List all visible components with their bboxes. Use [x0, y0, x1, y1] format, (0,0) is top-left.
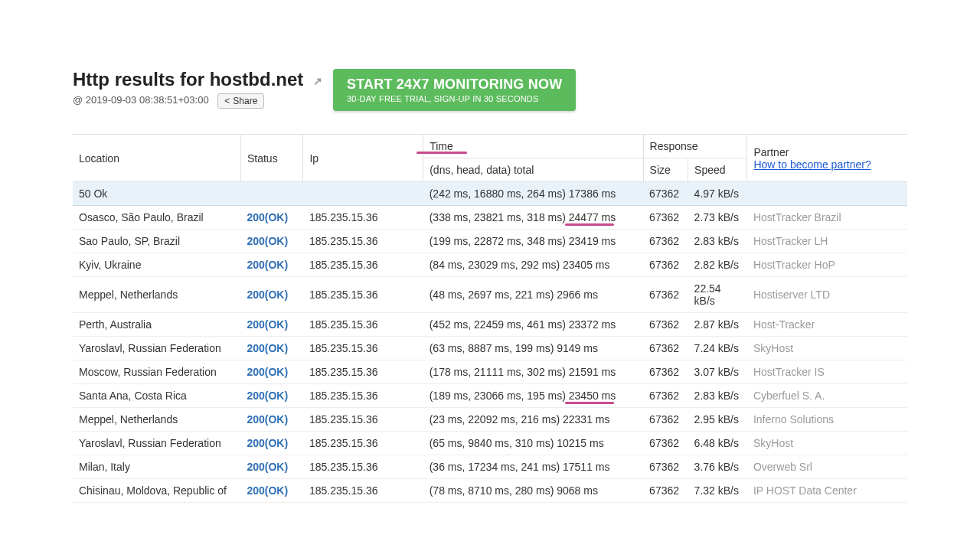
col-location: Location [73, 135, 240, 182]
cell-time: (63 ms, 8887 ms, 199 ms) 9149 ms [423, 337, 643, 360]
table-row: Yaroslavl, Russian Federation200(OK)185.… [73, 432, 907, 455]
cell-location: Santa Ana, Costa Rica [73, 384, 240, 408]
cell-partner: Inferno Solutions [747, 408, 907, 432]
cell-ip: 185.235.15.36 [303, 360, 423, 384]
timestamp-prefix: @ [73, 94, 86, 106]
cell-size: 67362 [643, 360, 688, 384]
status-badge: 200(OK) [247, 437, 288, 449]
cell-status: 200(OK) [240, 253, 303, 277]
table-row: Santa Ana, Costa Rica200(OK)185.235.15.3… [73, 384, 907, 408]
cell-size: 67362 [643, 206, 688, 230]
page-subtitle: @ 2019-09-03 08:38:51+03:00 < Share [73, 93, 322, 109]
cell-speed: 3.07 kB/s [688, 360, 747, 384]
cell-ip: 185.235.15.36 [303, 432, 423, 455]
table-row: Sao Paulo, SP, Brazil200(OK)185.235.15.3… [73, 230, 907, 253]
cell-ip: 185.235.15.36 [303, 455, 423, 479]
cell-location: Chisinau, Moldova, Republic of [73, 479, 240, 503]
timestamp: 2019-09-03 08:38:51+03:00 [86, 94, 209, 106]
cell-location: Meppel, Netherlands [73, 277, 240, 313]
cell-location: Meppel, Netherlands [73, 408, 240, 432]
table-row: Kyiv, Ukraine200(OK)185.235.15.36(84 ms,… [73, 253, 907, 277]
cell-size: 67362 [643, 277, 688, 313]
share-button[interactable]: < Share [217, 93, 264, 109]
external-link-icon[interactable]: ↗ [313, 75, 322, 87]
cell-speed: 6.48 kB/s [688, 432, 747, 455]
cell-ip: 185.235.15.36 [303, 408, 423, 432]
cell-ip: 185.235.15.36 [303, 230, 423, 253]
page-title-text: Http results for hostbd.net [73, 69, 303, 90]
cell-time: (178 ms, 21111 ms, 302 ms) 21591 ms [423, 360, 643, 384]
cell-size: 67362 [643, 455, 688, 479]
cta-title: START 24X7 MONITORING NOW [347, 77, 562, 93]
cell-location: Osasco, São Paulo, Brazil [73, 206, 240, 230]
cell-size: 67362 [643, 337, 688, 360]
col-size: Size [643, 158, 688, 182]
cell-ip: 185.235.15.36 [303, 313, 423, 337]
summary-row: 50 Ok (242 ms, 16880 ms, 264 ms) 17386 m… [73, 182, 907, 206]
cell-time: (78 ms, 8710 ms, 280 ms) 9068 ms [423, 479, 643, 503]
table-row: Milan, Italy200(OK)185.235.15.36(36 ms, … [73, 455, 907, 479]
cell-status: 200(OK) [240, 206, 303, 230]
status-badge: 200(OK) [247, 484, 288, 497]
cell-status: 200(OK) [240, 313, 303, 337]
col-speed: Speed [688, 158, 747, 182]
cell-partner: Overweb Srl [747, 455, 907, 479]
cell-partner: HostTracker LH [747, 230, 907, 253]
cell-status: 200(OK) [240, 408, 303, 432]
col-response: Response [643, 135, 747, 158]
cell-time: (23 ms, 22092 ms, 216 ms) 22331 ms [423, 408, 643, 432]
summary-status: 50 Ok [73, 182, 423, 206]
page-title: Http results for hostbd.net ↗ [73, 69, 322, 90]
summary-speed: 4.97 kB/s [688, 182, 747, 206]
status-badge: 200(OK) [247, 235, 288, 247]
cell-status: 200(OK) [240, 432, 303, 455]
cell-size: 67362 [643, 479, 688, 503]
share-icon: < [224, 96, 230, 106]
cell-location: Moscow, Russian Federation [73, 360, 240, 384]
cell-speed: 2.95 kB/s [688, 408, 747, 432]
cell-ip: 185.235.15.36 [303, 479, 423, 503]
become-partner-link[interactable]: How to become partner? [753, 158, 871, 171]
cell-time: (452 ms, 22459 ms, 461 ms) 23372 ms [423, 313, 643, 337]
cell-ip: 185.235.15.36 [303, 253, 423, 277]
page-header: Http results for hostbd.net ↗ @ 2019-09-… [73, 69, 907, 111]
col-time: Time [423, 135, 643, 158]
col-status: Status [240, 135, 303, 182]
status-badge: 200(OK) [247, 318, 288, 331]
cell-speed: 3.76 kB/s [688, 455, 747, 479]
start-monitoring-button[interactable]: START 24X7 MONITORING NOW 30-DAY FREE TR… [333, 69, 576, 111]
cell-partner: IP HOST Data Center [747, 479, 907, 503]
status-badge: 200(OK) [247, 289, 288, 301]
cell-speed: 2.83 kB/s [688, 230, 747, 253]
status-badge: 200(OK) [247, 211, 288, 223]
cell-ip: 185.235.15.36 [303, 384, 423, 408]
cell-time: (36 ms, 17234 ms, 241 ms) 17511 ms [423, 455, 643, 479]
cta-subtitle: 30-DAY FREE TRIAL, SIGN-UP IN 30 SECONDS [347, 94, 562, 103]
cell-speed: 7.24 kB/s [688, 337, 747, 360]
results-table: Location Status Ip Time Response Partner… [73, 134, 907, 503]
cell-partner: HostTracker IS [747, 360, 907, 384]
cell-ip: 185.235.15.36 [303, 277, 423, 313]
cell-size: 67362 [643, 432, 688, 455]
col-time-label: Time [430, 140, 453, 152]
table-row: Meppel, Netherlands200(OK)185.235.15.36(… [73, 277, 907, 313]
cell-status: 200(OK) [240, 479, 303, 503]
cell-size: 67362 [643, 408, 688, 432]
cell-time: (65 ms, 9840 ms, 310 ms) 10215 ms [423, 432, 643, 455]
cell-partner: Hostiserver LTD [747, 277, 907, 313]
cell-time: (199 ms, 22872 ms, 348 ms) 23419 ms [423, 230, 643, 253]
cell-time: (48 ms, 2697 ms, 221 ms) 2966 ms [423, 277, 643, 313]
table-row: Yaroslavl, Russian Federation200(OK)185.… [73, 337, 907, 360]
status-badge: 200(OK) [247, 390, 288, 402]
cell-ip: 185.235.15.36 [303, 206, 423, 230]
cell-size: 67362 [643, 230, 688, 253]
cell-speed: 7.32 kB/s [688, 479, 747, 503]
status-badge: 200(OK) [247, 342, 288, 354]
table-row: Meppel, Netherlands200(OK)185.235.15.36(… [73, 408, 907, 432]
cell-time: (338 ms, 23821 ms, 318 ms) 24477 ms [423, 206, 643, 230]
cell-size: 67362 [643, 384, 688, 408]
col-partner: Partner How to become partner? [747, 135, 907, 182]
cell-partner: HostTracker Brazil [747, 206, 907, 230]
cell-location: Milan, Italy [73, 455, 240, 479]
table-row: Moscow, Russian Federation200(OK)185.235… [73, 360, 907, 384]
